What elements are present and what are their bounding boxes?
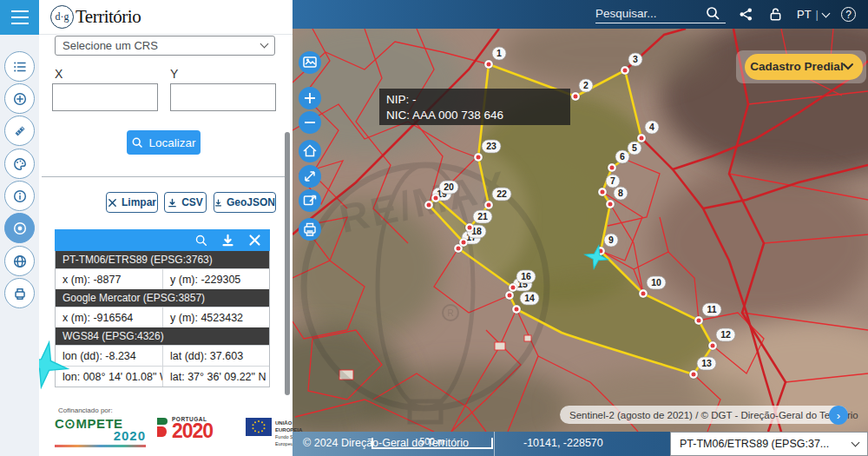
vertex-label-text: 2 <box>583 80 589 90</box>
vertex-label-text: 16 <box>521 271 531 281</box>
vertex-marker-dot <box>692 373 696 377</box>
hamburger-icon <box>11 9 29 27</box>
vertex-label-text: 21 <box>477 211 488 221</box>
table-cell: lon: 008° 14' 01.08" W <box>56 367 162 387</box>
panel-scrollbar[interactable] <box>285 132 290 395</box>
map-status-bar: © 2024 Direção-Geral do Território 500 m… <box>293 432 868 456</box>
chevron-down-icon <box>852 438 860 446</box>
svg-text:NIP: -: NIP: - <box>386 93 417 106</box>
layers-list-button[interactable] <box>4 51 35 82</box>
vertex-label-text: 10 <box>651 277 661 287</box>
eu-flag-icon <box>246 418 272 436</box>
help-button[interactable]: ? <box>841 7 856 22</box>
table-cell: y (m): 4523432 <box>162 307 269 327</box>
vertex-marker-dot <box>508 294 512 298</box>
app-logo: d·g Território <box>50 5 141 29</box>
divider <box>494 432 495 456</box>
layer-select-button[interactable]: Cadastro Predial <box>736 50 866 83</box>
funding-logos: Cofinanciado por: C⊙MPETE 2020 PORTUGAL … <box>49 404 282 452</box>
zoom-out-button[interactable] <box>299 111 321 134</box>
share-icon <box>739 7 753 22</box>
logo-dg-circle: d·g <box>50 5 74 29</box>
measure-button[interactable] <box>4 116 35 146</box>
table-section-header: WGS84 (EPSG:4326) <box>56 327 269 345</box>
statusbar-crs-value: PT-TM06/ETRS89 (EPSG:37... <box>680 438 829 450</box>
localizar-button[interactable]: Localizar <box>127 130 201 155</box>
vertex-marker-dot <box>487 203 491 208</box>
coordinates-panel: Selecione um CRS X Y Localizar Limpar CS… <box>39 35 293 456</box>
divider: | <box>816 8 819 21</box>
vertex-label-text: 7 <box>610 175 615 186</box>
vertex-label-text: 5 <box>632 142 637 153</box>
search-icon[interactable] <box>194 234 207 247</box>
login-button[interactable] <box>767 6 785 23</box>
statusbar-crs-select[interactable]: PT-TM06/ETRS89 (EPSG:37... <box>670 432 868 456</box>
compete2020-logo: C⊙MPETE 2020 <box>55 416 146 447</box>
vertex-marker-dot <box>427 203 431 208</box>
vertex-label-text: 14 <box>524 293 535 303</box>
palette-icon <box>12 156 28 172</box>
print-map-button[interactable] <box>299 218 321 241</box>
search-input[interactable] <box>595 7 705 20</box>
csv-download-button[interactable]: CSV <box>164 192 207 213</box>
search-icon[interactable] <box>705 5 720 21</box>
parcel-tooltip: NIP: - NIC: AAA 000 738 646 <box>379 89 570 125</box>
export-view-button[interactable] <box>299 189 321 212</box>
divider <box>42 176 287 177</box>
vertex-label-text: 4 <box>649 122 654 132</box>
globe-button[interactable] <box>4 246 35 276</box>
download-icon <box>168 198 177 208</box>
vertex-marker-dot <box>623 69 628 73</box>
svg-text:Cadastro Predial: Cadastro Predial <box>750 60 843 73</box>
logo-text: Território <box>76 6 141 28</box>
download-icon[interactable] <box>221 234 234 247</box>
vertex-marker-dot <box>610 166 615 170</box>
basemap-button[interactable] <box>299 51 321 74</box>
print-button[interactable] <box>4 278 35 308</box>
locate-coordinates-button[interactable] <box>4 213 35 243</box>
menu-button[interactable] <box>0 0 39 35</box>
map-viewport[interactable]: RE/MAX R 1234567891011121314151617181920… <box>293 29 868 432</box>
app-window: RE/MAX R 1234567891011121314151617181920… <box>0 0 868 456</box>
close-icon[interactable] <box>248 234 261 247</box>
svg-text:›[interactable]: › <box>837 409 840 422</box>
vertex-marker-dot <box>487 63 491 67</box>
svg-text:R: R <box>447 308 453 318</box>
search-box[interactable] <box>595 5 726 23</box>
table-cell: x (m): -8877 <box>56 269 162 289</box>
x-input[interactable] <box>52 83 158 111</box>
draw-tools-button[interactable] <box>4 149 35 179</box>
y-label: Y <box>170 67 178 81</box>
portugal-year: 2020 <box>172 422 213 439</box>
vertex-marker-dot <box>434 196 438 201</box>
localizar-label: Localizar <box>148 136 195 149</box>
fullscreen-button[interactable] <box>299 165 321 188</box>
map-attribution: Sentinel-2 (agosto de 2021) / © DGT - Di… <box>560 406 858 425</box>
ruler-icon <box>12 123 28 139</box>
crs-select[interactable]: Selecione um CRS <box>55 36 275 56</box>
app-header-left: d·g Território <box>0 0 293 35</box>
zoom-in-button[interactable] <box>299 87 321 109</box>
vertex-marker-dot <box>641 292 646 296</box>
table-row: x (m): -8877 y (m): -229305 <box>56 268 269 289</box>
info-button[interactable] <box>4 181 35 211</box>
geojson-download-button[interactable]: GeoJSON <box>214 192 276 213</box>
info-icon <box>12 188 28 204</box>
map-canvas[interactable]: RE/MAX R 1234567891011121314151617181920… <box>293 29 868 432</box>
y-input[interactable] <box>170 83 276 111</box>
vertex-marker-dot <box>457 247 461 251</box>
vertex-label-text: 23 <box>486 141 496 151</box>
search-icon <box>131 136 143 149</box>
crs-select-value: Selecione um CRS <box>62 39 158 52</box>
table-section-header: Google Mercator (EPSG:3857) <box>56 289 269 307</box>
limpar-button[interactable]: Limpar <box>106 192 158 213</box>
home-extent-button[interactable] <box>299 140 321 162</box>
share-button[interactable] <box>738 6 755 23</box>
language-selector[interactable]: PT | <box>797 8 829 21</box>
vertex-label-text: 12 <box>720 329 731 340</box>
vertex-label-text: 3 <box>633 54 638 64</box>
vertex-marker-dot <box>468 226 472 230</box>
vertex-label-text: 9 <box>608 235 614 245</box>
printer-icon <box>12 286 28 301</box>
zoom-extent-button[interactable] <box>4 83 35 114</box>
